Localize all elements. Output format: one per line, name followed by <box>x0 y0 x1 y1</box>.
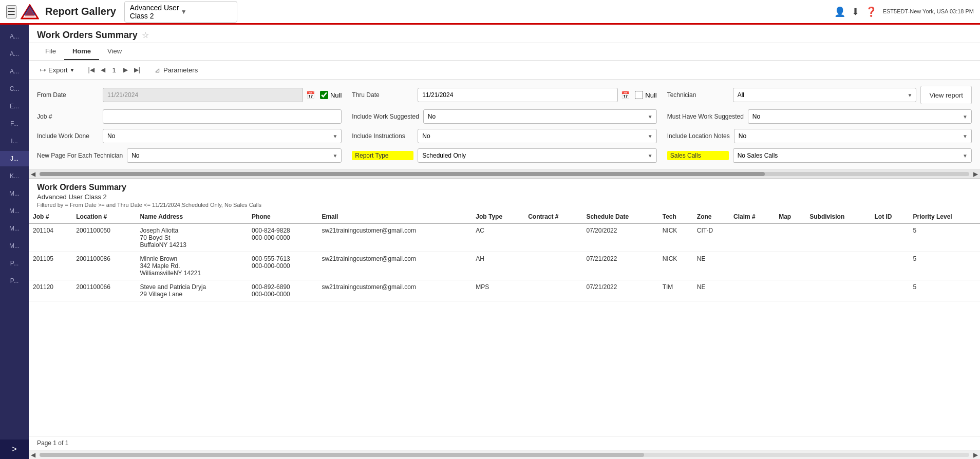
table-cell: sw21trainingcustomer@gmail.com <box>317 252 472 280</box>
table-cell: 201104 <box>29 224 72 252</box>
sidebar-item-m3[interactable]: M... <box>0 221 29 236</box>
job-num-row: Job # <box>37 109 342 124</box>
table-cell: MPS <box>472 280 524 301</box>
must-have-work-suggested-select[interactable]: NoYes <box>748 109 972 124</box>
main-layout: A... A... A... C... E... F... I... J... … <box>0 25 980 459</box>
include-work-suggested-label: Include Work Suggested <box>352 113 419 120</box>
include-work-done-select[interactable]: NoYes <box>103 129 342 143</box>
table-cell: 000-824-9828000-000-0000 <box>248 224 317 252</box>
new-page-row: New Page For Each Technician NoYes <box>37 148 342 163</box>
table-cell: Steve and Patricia Dryja29 Village Lane <box>136 280 248 301</box>
table-cell: AC <box>472 224 524 252</box>
bottom-scroll-right-arrow[interactable]: ▶ <box>971 451 980 458</box>
from-date-null-checkbox[interactable] <box>320 91 328 99</box>
app-logo <box>21 4 39 20</box>
thru-date-null-checkbox[interactable] <box>635 91 643 99</box>
table-cell <box>870 224 909 252</box>
technician-select[interactable]: All <box>733 88 917 102</box>
sidebar-item-m2[interactable]: M... <box>0 203 29 219</box>
report-filter-text: Filtered by = From Date >= and Thru Date… <box>37 202 972 208</box>
sidebar-item-a3[interactable]: A... <box>0 64 29 79</box>
navbar: ☰ Report Gallery Advanced User Class 2 ▼… <box>0 0 980 25</box>
bottom-scrollbar[interactable]: ◀ ▶ <box>29 450 980 459</box>
thru-date-calendar-icon[interactable]: 📅 <box>620 90 631 100</box>
tab-file[interactable]: File <box>37 43 64 60</box>
tab-home[interactable]: Home <box>64 43 99 60</box>
sidebar-item-c[interactable]: C... <box>0 81 29 97</box>
last-page-button[interactable]: ▶| <box>132 65 142 74</box>
include-location-notes-row: Include Location Notes NoYes <box>667 129 972 143</box>
report-type-row: Report Type Scheduled Only All Unschedul… <box>352 148 656 163</box>
tab-bar: File Home View <box>29 43 980 61</box>
report-type-label: Report Type <box>352 151 413 160</box>
technician-row: Technician All View report <box>667 86 972 104</box>
report-type-select[interactable]: Scheduled Only All Unscheduled Only <box>418 148 656 163</box>
report-title-section: Work Orders Summary Advanced User Class … <box>29 179 980 210</box>
view-report-button[interactable]: View report <box>920 86 972 104</box>
thru-date-null-label: Null <box>645 91 656 99</box>
sidebar-item-p2[interactable]: P... <box>0 273 29 289</box>
table-cell <box>805 224 870 252</box>
include-location-notes-label: Include Location Notes <box>667 132 730 140</box>
table-cell <box>805 280 870 301</box>
sidebar-collapse-button[interactable]: > <box>0 439 29 459</box>
export-label: Export <box>48 66 68 74</box>
bottom-scroll-left-arrow[interactable]: ◀ <box>29 451 37 458</box>
user-class-dropdown[interactable]: Advanced User Class 2 ▼ <box>124 1 237 23</box>
sidebar-item-a2[interactable]: A... <box>0 46 29 62</box>
new-page-label: New Page For Each Technician <box>37 152 123 159</box>
user-icon[interactable]: 👤 <box>834 6 845 17</box>
report-footer: Page 1 of 1 <box>29 436 980 450</box>
new-page-select[interactable]: NoYes <box>127 148 342 163</box>
col-priority-level: Priority Level <box>909 210 980 224</box>
horizontal-scrollbar[interactable]: ◀ ▶ <box>29 169 980 179</box>
scroll-thumb <box>40 172 765 176</box>
download-icon[interactable]: ⬇ <box>852 6 859 17</box>
table-cell <box>775 252 805 280</box>
table-cell: sw21trainingcustomer@gmail.com <box>317 224 472 252</box>
from-date-null-label: Null <box>330 91 342 99</box>
toolbar: ↦ Export ▼ |◀ ◀ 1 ▶ ▶| ⊿ Parameters <box>29 61 980 80</box>
hamburger-menu[interactable]: ☰ <box>6 5 16 18</box>
sidebar-item-e[interactable]: E... <box>0 99 29 114</box>
chevron-down-icon: ▼ <box>181 8 232 15</box>
sales-calls-select[interactable]: No Sales Calls Include Sales Calls Sales… <box>733 148 972 163</box>
sidebar-item-f[interactable]: F... <box>0 116 29 131</box>
include-location-notes-select[interactable]: NoYes <box>734 129 972 143</box>
table-cell: 000-892-6890000-000-0000 <box>248 280 317 301</box>
thru-date-input[interactable] <box>418 88 618 102</box>
from-date-label: From Date <box>37 91 99 99</box>
next-page-button[interactable]: ▶ <box>121 65 130 74</box>
export-button[interactable]: ↦ Export ▼ <box>37 64 78 76</box>
must-have-work-suggested-row: Must Have Work Suggested NoYes <box>667 109 972 124</box>
job-num-label: Job # <box>37 113 99 120</box>
prev-page-button[interactable]: ◀ <box>99 65 107 74</box>
parameters-button[interactable]: ⊿ Parameters <box>150 64 202 76</box>
col-lot-id: Lot ID <box>870 210 909 224</box>
sidebar-item-a1[interactable]: A... <box>0 29 29 44</box>
scroll-right-arrow[interactable]: ▶ <box>971 170 980 178</box>
main-content: Work Orders Summary ☆ File Home View ↦ E… <box>29 25 980 459</box>
favorite-star-icon[interactable]: ☆ <box>142 30 149 40</box>
sidebar-item-m1[interactable]: M... <box>0 186 29 201</box>
tab-view[interactable]: View <box>99 43 130 60</box>
scroll-left-arrow[interactable]: ◀ <box>29 170 37 178</box>
first-page-button[interactable]: |◀ <box>86 65 96 74</box>
technician-label: Technician <box>667 91 729 99</box>
thru-date-row: Thru Date 📅 Null <box>352 88 656 102</box>
sidebar-item-p1[interactable]: P... <box>0 256 29 271</box>
include-work-suggested-select[interactable]: NoYes <box>423 109 657 124</box>
col-job-num: Job # <box>29 210 72 224</box>
sidebar-item-i[interactable]: I... <box>0 133 29 149</box>
include-instructions-wrap: NoYes <box>418 129 656 143</box>
job-num-input[interactable] <box>103 109 342 124</box>
sidebar-item-j[interactable]: J... <box>0 151 29 166</box>
help-icon[interactable]: ❓ <box>865 6 877 17</box>
sidebar-item-k[interactable]: K... <box>0 168 29 184</box>
report-subtitle: Advanced User Class 2 <box>37 193 972 201</box>
include-instructions-select[interactable]: NoYes <box>418 129 656 143</box>
sidebar-item-m4[interactable]: M... <box>0 238 29 254</box>
from-date-input[interactable] <box>103 88 303 102</box>
from-date-calendar-icon[interactable]: 📅 <box>305 90 316 100</box>
include-work-suggested-wrap: NoYes <box>423 109 657 124</box>
